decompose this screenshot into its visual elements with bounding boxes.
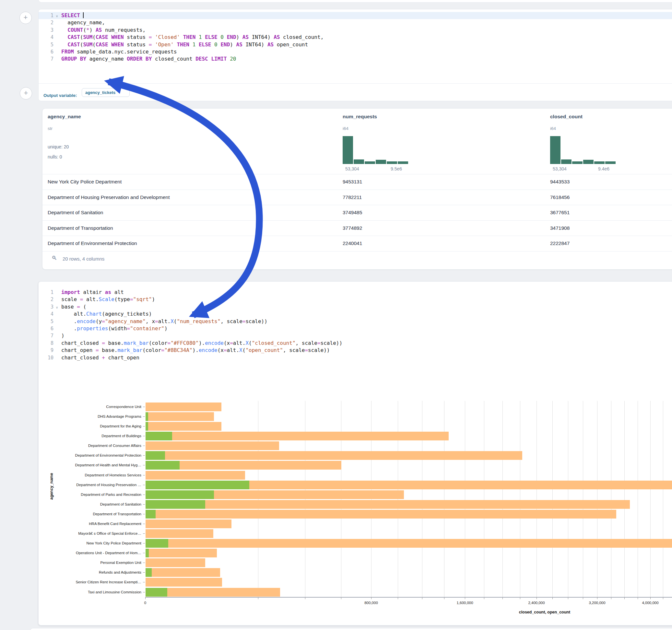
code-token: ( <box>83 27 86 33</box>
table-cell[interactable]: 3677651 <box>550 210 570 216</box>
y-axis-title: agency_name <box>49 473 54 500</box>
code-token: (type <box>115 296 130 302</box>
open_count-bar <box>146 549 149 557</box>
x-axis-tick <box>145 597 146 599</box>
code-line[interactable]: CAST(SUM(CASE WHEN status = 'Closed' THE… <box>61 34 323 41</box>
table-cell[interactable]: Department of Sanitation <box>48 210 103 216</box>
code-token: alt. <box>61 311 86 317</box>
code-token: CASE <box>96 34 108 40</box>
code-token: = <box>96 347 99 353</box>
closed_count-bar <box>146 403 221 411</box>
table-cell[interactable]: 3471908 <box>550 225 570 231</box>
code-token: (y <box>96 318 102 324</box>
y-axis-category-label: Department of Sanitation <box>42 502 141 506</box>
code-token: altair <box>80 289 105 295</box>
x-axis-tick <box>371 597 371 599</box>
code-token: ) <box>90 27 96 33</box>
result-table-card: agency_namestrunique: 20nulls: 0num_requ… <box>42 108 672 270</box>
code-token: ( <box>92 42 96 48</box>
table-cell[interactable]: Department of Environmental Protection <box>48 240 137 246</box>
code-token: = <box>305 347 308 353</box>
altair-chart: 0800,0001,600,0002,400,0003,200,0004,000… <box>39 363 672 623</box>
code-line[interactable]: base = ( <box>61 303 86 311</box>
line-number: 5 <box>41 319 53 324</box>
table-cell[interactable]: 2240041 <box>343 240 362 246</box>
table-cell[interactable]: 2222847 <box>550 240 570 246</box>
code-token <box>180 34 183 40</box>
code-line[interactable]: chart_open = base.mark_bar(color="#8BC34… <box>61 347 330 354</box>
code-line[interactable]: ) <box>61 332 65 339</box>
code-token: ( <box>92 34 96 40</box>
code-token <box>80 12 83 19</box>
table-cell[interactable]: 9443533 <box>550 179 570 185</box>
code-token: scale)) <box>320 340 342 346</box>
row-divider <box>43 190 672 190</box>
code-token: ORDER BY <box>127 56 152 62</box>
line-number: 9 <box>41 347 53 353</box>
code-line[interactable]: agency_name, <box>61 19 105 26</box>
code-line[interactable]: .encode(y="agency_name", x=alt.X("num_re… <box>61 318 267 325</box>
add-cell-button-top[interactable]: + <box>20 12 32 24</box>
code-line[interactable]: GROUP BY agency_name ORDER BY closed_cou… <box>61 55 236 63</box>
code-line[interactable]: .properties(width="container") <box>61 325 168 332</box>
code-line[interactable]: CAST(SUM(CASE WHEN status = 'Open' THEN … <box>61 41 308 48</box>
code-line[interactable]: COUNT(*) AS num_requests, <box>61 27 146 34</box>
collapse-chevron-icon[interactable]: ∨ <box>56 14 58 18</box>
table-cell[interactable]: 7782211 <box>343 194 362 200</box>
line-number: 5 <box>41 42 53 48</box>
table-cell[interactable]: Department of Housing Preservation and D… <box>48 194 170 200</box>
table-cell[interactable]: 7618456 <box>550 194 570 200</box>
code-token: chart_open <box>61 347 96 353</box>
y-axis-category-label: Senior Citizen Rent Increase Exempti… <box>42 580 141 584</box>
search-icon[interactable]: 🔍︎ <box>51 255 57 262</box>
histogram-bar <box>365 162 375 164</box>
code-line[interactable]: chart_closed = base.mark_bar(color="#FFC… <box>61 340 342 347</box>
x-gridline <box>624 401 625 597</box>
code-token: alt. <box>233 340 246 346</box>
code-line[interactable]: FROM sample_data.nyc.service_requests <box>61 48 177 55</box>
code-line[interactable]: chart_closed + chart_open <box>61 354 139 361</box>
line-number: 1 <box>41 289 53 295</box>
line-number: 3 <box>41 27 53 33</box>
sql-code-editor[interactable]: 1∨SELECT 2 agency_name,3 COUNT(*) AS num… <box>39 12 672 73</box>
x-axis-tick-label: 2,400,000 <box>528 601 545 605</box>
code-token: = <box>102 318 105 324</box>
code-line[interactable]: alt.Chart(agency_tickets) <box>61 311 152 318</box>
y-axis-tick <box>143 407 145 407</box>
output-variable-pill[interactable]: agency_tickets <box>82 88 130 97</box>
output-variable-label: Output variable: <box>44 93 77 98</box>
code-line[interactable]: import altair as alt <box>61 289 124 296</box>
code-token <box>61 34 67 40</box>
code-token: encode <box>77 318 96 324</box>
code-token: , scale <box>283 347 305 353</box>
column-header-num_requests[interactable]: num_requests <box>343 114 377 120</box>
y-axis-tick <box>143 485 145 485</box>
y-axis-category-label: Department of Health and Mental Hyg… <box>42 463 141 467</box>
line-number: 8 <box>41 340 53 346</box>
y-axis-tick <box>143 524 145 524</box>
code-token: "open_count" <box>245 347 283 353</box>
table-cell[interactable]: 9453131 <box>343 179 362 185</box>
code-token: INT64) <box>242 42 267 48</box>
python-code-editor[interactable]: 1import altair as alt2scale = alt.Scale(… <box>39 289 672 363</box>
code-token: WHEN <box>111 34 124 40</box>
add-cell-button-output[interactable]: + <box>20 87 32 99</box>
histogram-bar <box>594 162 605 164</box>
line-number: 7 <box>41 56 53 62</box>
code-token: 1 <box>199 34 202 40</box>
code-token: = <box>77 304 80 310</box>
column-header-closed_count[interactable]: closed_count <box>550 114 582 120</box>
collapse-chevron-icon[interactable]: ∨ <box>56 306 58 309</box>
table-cell[interactable]: New York City Police Department <box>48 179 122 185</box>
table-cell[interactable]: 3749485 <box>343 210 362 216</box>
column-header-agency_name[interactable]: agency_name <box>48 114 81 120</box>
table-cell[interactable]: 3774892 <box>343 225 362 231</box>
code-token: agency_name, <box>61 20 105 26</box>
table-cell[interactable]: Department of Transportation <box>48 225 113 231</box>
code-token: + <box>102 355 105 361</box>
code-token: = <box>80 296 83 302</box>
code-line[interactable]: scale = alt.Scale(type="sqrt") <box>61 296 155 303</box>
code-line[interactable]: SELECT <box>61 12 83 19</box>
code-token: chart_closed <box>61 355 102 361</box>
code-token: mark_bar <box>124 340 149 346</box>
